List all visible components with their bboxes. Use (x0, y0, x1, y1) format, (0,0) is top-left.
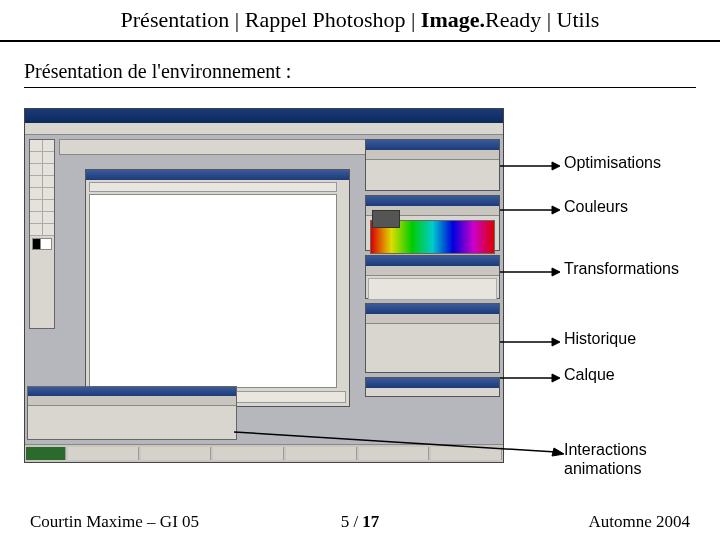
app-title-bar (25, 109, 503, 123)
page-sep: / (349, 512, 362, 531)
annotation-calque: Calque (564, 366, 615, 384)
annotation-interactions-l2: animations (564, 459, 647, 478)
section-title: Présentation de l'environnement : (24, 60, 696, 88)
toolbox-panel (29, 139, 55, 329)
breadcrumb-current: Image. (421, 7, 485, 33)
page-current: 5 (341, 512, 350, 531)
svg-marker-11 (552, 448, 564, 456)
history-panel (365, 303, 500, 373)
annotation-couleurs: Couleurs (564, 198, 628, 216)
annotation-optimisations: Optimisations (564, 154, 661, 172)
canvas-area (89, 194, 337, 388)
breadcrumb-header: Présentation | Rappel Photoshop | Image.… (0, 0, 720, 42)
layer-panel (365, 377, 500, 397)
annotation-interactions-l1: Interactions (564, 440, 647, 459)
page-total: 17 (362, 512, 379, 531)
breadcrumb-seg3: Ready | Utils (485, 7, 599, 33)
document-window (85, 169, 350, 407)
footer-author: Courtin Maxime – GI 05 (30, 512, 199, 532)
footer-page: 5 / 17 (341, 512, 380, 532)
imageready-screenshot (24, 108, 504, 463)
svg-marker-5 (552, 268, 560, 276)
content-stage: Optimisations Couleurs Transformations H… (24, 108, 696, 478)
svg-line-10 (234, 432, 556, 452)
svg-marker-9 (552, 374, 560, 382)
breadcrumb-seg1: Présentation | Rappel Photoshop | (121, 7, 421, 33)
annotation-interactions: Interactions animations (564, 440, 647, 478)
transform-panel (365, 255, 500, 299)
optimisation-panel (365, 139, 500, 191)
app-menu-bar (25, 123, 503, 135)
slide-footer: Courtin Maxime – GI 05 5 / 17 Automne 20… (0, 504, 720, 540)
annotation-historique: Historique (564, 330, 636, 348)
svg-marker-7 (552, 338, 560, 346)
annotation-transformations: Transformations (564, 260, 679, 278)
footer-term: Automne 2004 (588, 512, 690, 532)
svg-marker-1 (552, 162, 560, 170)
animation-panel (27, 386, 237, 440)
svg-marker-3 (552, 206, 560, 214)
color-panel (365, 195, 500, 251)
